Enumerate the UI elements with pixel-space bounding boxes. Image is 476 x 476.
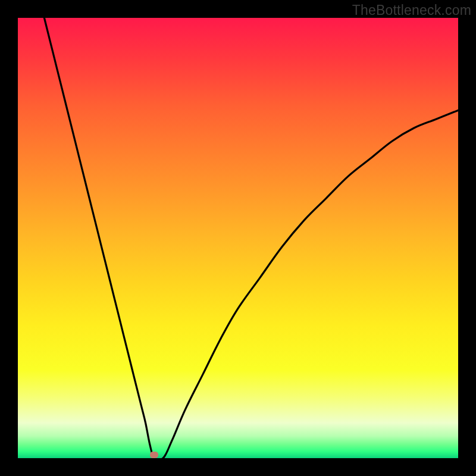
chart-frame: TheBottleneck.com [0, 0, 476, 476]
plot-area [18, 18, 458, 458]
minimum-point-marker [150, 452, 158, 458]
watermark-text: TheBottleneck.com [352, 2, 471, 18]
bottleneck-curve [18, 18, 458, 458]
